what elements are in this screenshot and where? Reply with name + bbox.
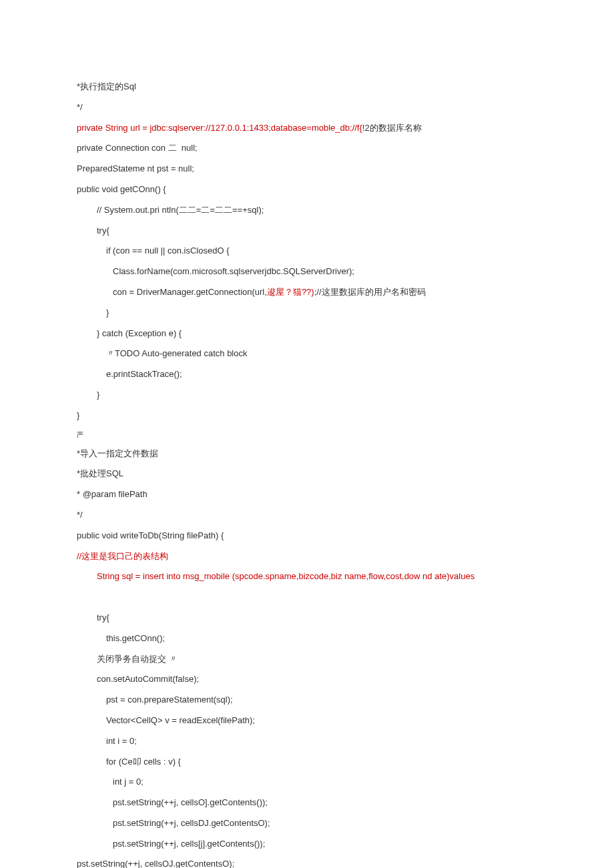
code-line: // System.out.pri ntln(二二=二=二二==+sql); [77, 203, 537, 218]
code-line: con.setAutoCommit(false); [77, 673, 537, 687]
code-line: pst.setString(++j, cellsOJ.getContentsO)… [77, 857, 537, 868]
code-line: try{ [77, 224, 537, 238]
code-line: } [77, 388, 537, 402]
code-text: con = DriverManager.getConnection(url, [113, 287, 267, 297]
code-text: private String url = jdbc:sqlserver://12… [77, 123, 362, 133]
code-line: Vector<CellQ> v = readExcel(filePath); [77, 714, 537, 728]
code-line: 〃TODO Auto-generated catch block [77, 347, 537, 361]
code-line: *导入一指定文件数据 [77, 447, 537, 461]
code-line: this.getCOnn(); [77, 632, 537, 646]
code-line: private String url = jdbc:sqlserver://12… [77, 121, 537, 135]
code-line: int j = 0; [77, 775, 537, 789]
code-line [77, 590, 537, 604]
code-line: */ [77, 101, 537, 115]
code-line: pst.setString(++j, cellsDJ.getContentsO)… [77, 817, 537, 831]
code-line: 关闭爭务自动捉交 〃 [77, 653, 537, 667]
code-line: public void writeToDb(String filePath) { [77, 529, 537, 543]
code-line: Class.forName(com.microsoft.sqlserverjdb… [77, 265, 537, 279]
code-text: 逡屋？猫??) [267, 287, 314, 297]
code-line: int i = 0; [77, 735, 537, 749]
code-line: String sql = insert into msg_mobile (spc… [77, 570, 537, 584]
code-line: public void getCOnn() { [77, 183, 537, 197]
code-text: ;//这里数据库的用户名和密码 [314, 287, 426, 297]
code-line: */ [77, 508, 537, 522]
code-line: e.printStackTrace(); [77, 368, 537, 382]
code-line: pst.setString(++j, cellsO].getContents()… [77, 796, 537, 810]
code-document: *执行指定的Sql*/private String url = jdbc:sql… [0, 0, 614, 868]
code-line: //这里是我口己的表结构 [77, 550, 537, 564]
code-line: * @param filePath [77, 488, 537, 502]
code-line: } [77, 409, 537, 423]
code-line: try{ [77, 611, 537, 625]
code-line: con = DriverManager.getConnection(url,逡屋… [77, 286, 537, 300]
code-line: } [77, 306, 537, 320]
code-line: pst = con.prepareStatement(sql); [77, 693, 537, 707]
code-line: 严 [77, 430, 537, 440]
code-line: private Connection con 二 null; [77, 141, 537, 155]
code-line: *执行指定的Sql [77, 80, 537, 94]
code-text: !2的数据库名称 [362, 123, 422, 133]
code-line: if (con == null || con.isClosedO { [77, 244, 537, 258]
code-line: for (Ce叩 cells : v) { [77, 755, 537, 769]
code-line: pst.setString(++j, cells[j].getContents(… [77, 837, 537, 851]
code-line: *批处理SQL [77, 467, 537, 481]
code-line: PreparedStateme nt pst = null; [77, 162, 537, 176]
code-line: } catch (Exception e) { [77, 327, 537, 341]
